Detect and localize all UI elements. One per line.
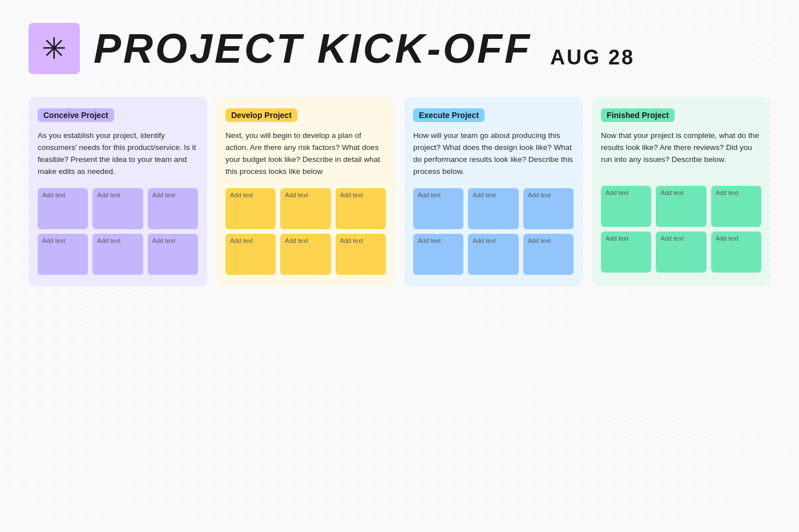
sticky-note[interactable]: Add text xyxy=(711,186,761,227)
header-date: AUG 28 xyxy=(550,46,635,74)
sticky-note[interactable]: Add text xyxy=(225,188,276,229)
column-badge-execute: Execute Project xyxy=(413,108,485,122)
sticky-note-label: Add text xyxy=(418,237,459,244)
sticky-note[interactable]: Add text xyxy=(468,234,518,275)
sticky-note-label: Add text xyxy=(97,237,138,244)
sticky-note[interactable]: Add text xyxy=(601,232,651,273)
sticky-note-label: Add text xyxy=(473,192,514,198)
sticky-note-label: Add text xyxy=(660,235,701,242)
sticky-note-label: Add text xyxy=(152,237,193,244)
sticky-note[interactable]: Add text xyxy=(38,234,88,275)
column-develop: Develop ProjectNext, you will begin to d… xyxy=(216,97,395,286)
sticky-note[interactable]: Add text xyxy=(656,186,706,227)
sticky-note-label: Add text xyxy=(606,189,647,196)
columns-grid: Conceive ProjectAs you establish your pr… xyxy=(29,97,770,286)
column-badge-conceive: Conceive Project xyxy=(38,108,114,122)
sticky-note[interactable]: Add text xyxy=(92,234,143,275)
column-desc-finished: Now that your project is complete, what … xyxy=(601,130,761,176)
column-conceive: Conceive ProjectAs you establish your pr… xyxy=(29,97,207,286)
sticky-note[interactable]: Add text xyxy=(601,186,651,227)
sticky-note[interactable]: Add text xyxy=(711,232,761,273)
sticky-note-label: Add text xyxy=(230,192,271,198)
header: ✳ PROJECT KICK-OFF AUG 28 xyxy=(29,23,770,74)
notes-grid-conceive: Add textAdd textAdd textAdd textAdd text… xyxy=(38,188,198,275)
sticky-note-label: Add text xyxy=(42,237,83,244)
column-desc-conceive: As you establish your project, identify … xyxy=(38,130,198,178)
sticky-note-label: Add text xyxy=(285,192,326,198)
sticky-note-label: Add text xyxy=(340,237,381,244)
column-badge-develop: Develop Project xyxy=(225,108,297,122)
star-box: ✳ xyxy=(29,23,80,74)
sticky-note-label: Add text xyxy=(528,192,569,198)
sticky-note[interactable]: Add text xyxy=(148,188,198,229)
notes-grid-execute: Add textAdd textAdd textAdd textAdd text… xyxy=(413,188,574,275)
sticky-note-label: Add text xyxy=(340,192,381,198)
sticky-note[interactable]: Add text xyxy=(468,188,518,229)
sticky-note[interactable]: Add text xyxy=(413,234,463,275)
notes-grid-finished: Add textAdd textAdd textAdd textAdd text… xyxy=(601,186,761,273)
sticky-note[interactable]: Add text xyxy=(38,188,88,229)
sticky-note[interactable]: Add text xyxy=(336,234,386,275)
column-desc-develop: Next, you will begin to develop a plan o… xyxy=(225,130,386,178)
sticky-note-label: Add text xyxy=(97,192,138,198)
column-execute: Execute ProjectHow will your team go abo… xyxy=(404,97,583,286)
sticky-note-label: Add text xyxy=(716,189,757,196)
sticky-note[interactable]: Add text xyxy=(148,234,198,275)
column-badge-finished: Finished Project xyxy=(601,108,675,122)
sticky-note-label: Add text xyxy=(473,237,514,244)
sticky-note[interactable]: Add text xyxy=(225,234,276,275)
sticky-note[interactable]: Add text xyxy=(280,234,330,275)
sticky-note[interactable]: Add text xyxy=(280,188,330,229)
sticky-note-label: Add text xyxy=(528,237,569,244)
sticky-note[interactable]: Add text xyxy=(92,188,143,229)
sticky-note[interactable]: Add text xyxy=(523,188,574,229)
star-icon: ✳ xyxy=(42,34,67,63)
sticky-note-label: Add text xyxy=(42,192,83,198)
column-finished: Finished ProjectNow that your project is… xyxy=(592,97,770,286)
sticky-note[interactable]: Add text xyxy=(656,232,706,273)
sticky-note-label: Add text xyxy=(285,237,326,244)
sticky-note[interactable]: Add text xyxy=(336,188,386,229)
sticky-note-label: Add text xyxy=(230,237,271,244)
sticky-note-label: Add text xyxy=(716,235,757,242)
sticky-note-label: Add text xyxy=(152,192,193,198)
column-desc-execute: How will your team go about producing th… xyxy=(413,130,574,178)
sticky-note[interactable]: Add text xyxy=(523,234,574,275)
page-wrapper: ✳ PROJECT KICK-OFF AUG 28 Conceive Proje… xyxy=(0,0,799,309)
sticky-note-label: Add text xyxy=(660,189,701,196)
sticky-note-label: Add text xyxy=(418,192,459,198)
sticky-note[interactable]: Add text xyxy=(413,188,463,229)
notes-grid-develop: Add textAdd textAdd textAdd textAdd text… xyxy=(225,188,386,275)
sticky-note-label: Add text xyxy=(606,235,647,242)
page-title: PROJECT KICK-OFF xyxy=(94,25,532,72)
